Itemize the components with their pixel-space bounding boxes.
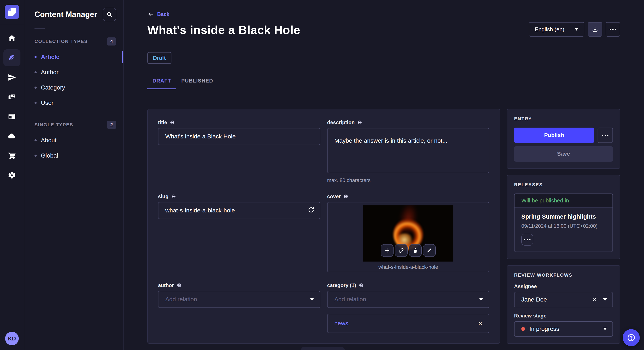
home-icon (8, 34, 16, 42)
download-button[interactable] (588, 22, 602, 37)
chevron-down-icon (310, 298, 314, 301)
entry-more-button[interactable] (598, 128, 613, 143)
settings-gear-icon (8, 171, 16, 179)
cover-actions (381, 244, 436, 257)
more-options-icon (610, 29, 616, 30)
field-label-text: title (158, 120, 167, 126)
list-item-label: User (41, 100, 54, 106)
sidebar-item-media-library[interactable] (4, 88, 20, 105)
main-content: Back What's inside a Black Hole Draft DR… (124, 0, 644, 350)
field-label-text: author (158, 282, 174, 288)
sidebar-item-marketplace[interactable] (4, 147, 20, 164)
app-window: KD Content Manager COLLECTION TYPES 4 Ar… (0, 0, 644, 350)
clear-icon[interactable] (592, 297, 597, 302)
strapi-logo[interactable] (5, 5, 19, 19)
sidebar-item-home[interactable] (4, 30, 20, 47)
user-avatar[interactable]: KD (5, 332, 19, 345)
chevron-down-icon (574, 28, 578, 31)
plus-icon (384, 247, 390, 254)
help-question-icon (626, 333, 636, 342)
review-workflows-heading: REVIEW WORKFLOWS (514, 272, 613, 278)
sidebar-item-user[interactable]: User (24, 95, 123, 111)
entry-edit-area: title description Maybe the answe (147, 109, 620, 344)
link-icon (398, 247, 404, 254)
review-stage-select[interactable]: In progress (514, 321, 613, 337)
sidebar-item-releases[interactable] (4, 69, 20, 86)
locale-select[interactable]: English (en) (529, 22, 584, 37)
list-item-label: Article (41, 54, 60, 60)
stage-value: In progress (530, 326, 559, 332)
tab-published[interactable]: PUBLISHED (176, 75, 218, 89)
sidebar-item-about[interactable]: About (24, 133, 123, 148)
release-banner: Will be published in (514, 194, 612, 208)
description-textarea[interactable]: Maybe the answer is in this article, or … (327, 128, 490, 173)
globe-icon (176, 283, 182, 288)
release-card: Will be published in Spring Summer highl… (514, 193, 613, 252)
bullet-icon (34, 71, 37, 73)
tab-draft[interactable]: DRAFT (147, 75, 176, 89)
author-relation-select[interactable]: Add relation (158, 291, 320, 308)
back-label: Back (157, 11, 169, 17)
single-types-heading: SINGLE TYPES (34, 122, 73, 128)
list-item-label: About (41, 137, 56, 144)
assignee-select[interactable]: Jane Doe (514, 292, 613, 307)
entry-form-card: title description Maybe the answe (147, 109, 500, 344)
field-cover: cover (327, 193, 490, 272)
regenerate-slug-button[interactable] (308, 206, 315, 213)
entry-heading: ENTRY (514, 116, 613, 122)
globe-icon (170, 120, 175, 125)
bullet-icon (34, 87, 37, 89)
sidebar-item-author[interactable]: Author (24, 65, 123, 80)
icon-rail: KD (0, 0, 24, 350)
collapsed-section-edge (301, 347, 345, 350)
search-button[interactable] (103, 8, 116, 21)
cart-icon (8, 151, 16, 160)
description-hint: max. 80 characters (327, 177, 490, 183)
save-button[interactable]: Save (514, 146, 613, 162)
edit-pencil-icon (426, 247, 432, 253)
help-button[interactable] (623, 329, 640, 346)
status-badge: Draft (147, 52, 172, 64)
sidebar-item-settings[interactable] (4, 167, 20, 184)
sidebar-item-content-manager[interactable] (4, 49, 20, 66)
relation-link[interactable]: news (334, 320, 348, 327)
delete-media-button[interactable] (409, 244, 422, 257)
field-label-text: slug (158, 193, 168, 199)
version-tabs: DRAFT PUBLISHED (147, 75, 620, 89)
more-options-button[interactable] (606, 22, 620, 37)
single-types-list: About Global (24, 133, 123, 163)
sidebar-item-article[interactable]: Article (24, 49, 123, 65)
copy-link-button[interactable] (395, 244, 408, 257)
layout-icon (8, 112, 16, 121)
remove-relation-icon[interactable]: × (478, 320, 482, 327)
arrow-left-icon (147, 11, 154, 17)
collection-types-count: 4 (107, 37, 116, 45)
add-media-button[interactable] (381, 244, 394, 257)
sidebar-item-global[interactable]: Global (24, 148, 123, 163)
edit-media-button[interactable] (423, 244, 436, 257)
category-relation-select[interactable]: Add relation (327, 291, 490, 308)
trash-icon (412, 247, 418, 253)
sidebar-item-content-type-builder[interactable] (4, 108, 20, 125)
review-workflows-panel: REVIEW WORKFLOWS Assignee Jane Doe Revie… (507, 265, 620, 344)
category-relation-item: news × (327, 314, 490, 333)
field-description: description Maybe the answer is in this … (327, 120, 490, 183)
content-manager-panel: Content Manager COLLECTION TYPES 4 Artic… (24, 0, 124, 350)
field-category: category (1) Add relation news × (327, 282, 490, 333)
title-input[interactable] (158, 128, 320, 145)
publish-button[interactable]: Publish (514, 128, 594, 143)
back-link[interactable]: Back (147, 11, 169, 17)
sidebar-item-category[interactable]: Category (24, 80, 123, 95)
send-plane-icon (8, 73, 16, 82)
panel-title: Content Manager (34, 10, 97, 19)
release-more-button[interactable] (521, 234, 533, 246)
bullet-icon (34, 139, 37, 141)
search-icon (106, 11, 113, 18)
divider (34, 28, 45, 29)
bullet-icon (34, 102, 37, 104)
globe-icon (357, 120, 362, 125)
chevron-down-icon (603, 298, 607, 301)
slug-input[interactable] (158, 202, 320, 219)
sidebar-item-deploy[interactable] (4, 128, 20, 145)
single-types-count: 2 (107, 121, 116, 129)
